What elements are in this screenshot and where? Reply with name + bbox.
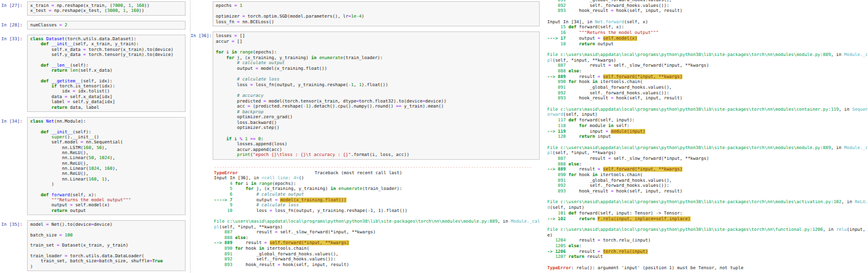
code-token: in — [259, 246, 267, 251]
code-line: 887 result = self._slow_forward(*input, … — [547, 63, 867, 69]
code-line: 893 hook_result = hook(self, input, resu… — [214, 262, 540, 268]
code-token: device) — [94, 222, 113, 227]
code-token: in — [231, 50, 240, 55]
code-input[interactable]: numClasses = 2 — [27, 21, 186, 30]
code-token: 160 — [83, 145, 91, 150]
code-token: in — [311, 55, 320, 60]
code-line: 887 result = self._slow_forward(*input, … — [214, 230, 540, 235]
code-token: idx — [30, 89, 72, 94]
code-token: = — [59, 23, 64, 28]
code-token: (self, *input, **kwargs) — [552, 58, 616, 63]
code-line: File c:\users\masid\appdata\local\progra… — [547, 199, 867, 205]
code-line: Input In [36], in <cell line: 4>() — [214, 176, 540, 181]
code-token: 887 — [214, 230, 235, 235]
code-token: , in — [831, 145, 844, 150]
code-line — [547, 194, 867, 200]
code-token: result — [235, 230, 275, 235]
code-token: self.forward(*input, **kwargs) — [270, 240, 349, 245]
code-token: forward(self, x): — [579, 25, 625, 30]
code-token: losses.append(loss) — [216, 142, 287, 147]
code-token: File c:\users\masid\appdata\local\progra… — [214, 219, 498, 224]
code-line: --> 102 return F.relu(input, inplace=sel… — [547, 216, 867, 222]
code-token: itertools.chain( — [600, 79, 642, 84]
code-token: 892 — [547, 91, 569, 96]
code-token — [30, 135, 52, 140]
code-line — [216, 9, 537, 14]
code-token: range — [259, 181, 272, 186]
code-token: def — [41, 130, 52, 135]
code-token: forward — [52, 192, 70, 198]
code-token: output — [598, 42, 613, 47]
notebook-column-2: epochs = 1optimizer = torch.optim.SGD(mo… — [191, 0, 542, 273]
code-token: hook_result — [569, 189, 611, 194]
cell-prompt: In [33]: — [1, 35, 27, 112]
code-token: ) — [30, 264, 33, 269]
code-token: 893 — [547, 8, 569, 13]
code-line — [547, 47, 867, 52]
code-token: y_train).mean() — [404, 104, 443, 109]
code-token: torch.float32).to(device — [359, 99, 423, 104]
code-line: pl(self, *input, **kwargs) — [547, 58, 867, 64]
code-token: def — [569, 211, 579, 216]
code-token: ), — [104, 177, 109, 182]
code-token — [216, 93, 237, 98]
code-line — [547, 140, 867, 145]
code-line: ) — [30, 264, 182, 269]
code-token: def — [41, 42, 52, 47]
code-line: nn.Linear(1024, 160), — [30, 166, 182, 171]
code-token: 1024 — [99, 155, 110, 160]
code-input[interactable]: class Net(nn.Module): def __init__(self)… — [27, 117, 186, 215]
code-token — [216, 77, 237, 82]
code-token: def — [569, 118, 579, 123]
code-token: j, (x_training, y_training) — [237, 55, 311, 60]
code-input[interactable]: model = Net().to(device=device)batch_siz… — [27, 220, 186, 271]
code-token: model — [30, 222, 46, 227]
code-token: --> 889 — [547, 74, 569, 79]
code-input[interactable]: class Dataset(torch.utils.data.Dataset):… — [27, 35, 186, 112]
code-token: (self.x_data) — [78, 68, 113, 73]
code-token: 893 — [547, 96, 569, 101]
code-token: (torch.utils.data.Dataset): — [65, 36, 136, 42]
code-token: def — [41, 79, 52, 84]
code-token: __init__ — [52, 42, 73, 47]
code-token: in — [593, 172, 601, 177]
code-line — [547, 260, 867, 265]
code-token — [30, 68, 52, 73]
code-input[interactable]: x_train = np.reshape(x_train, (7000, 1, … — [27, 1, 186, 16]
code-line: 892 self._forward_hooks.values()): — [547, 183, 867, 189]
code-token: , in — [839, 107, 852, 112]
code-token: batch_size — [30, 233, 59, 238]
code-token — [569, 216, 579, 221]
code-token: (self, x): — [70, 192, 96, 198]
code-token: Net.forward — [595, 20, 624, 25]
code-token: ).float()) — [362, 82, 388, 87]
code-line — [547, 101, 867, 107]
code-token — [30, 198, 52, 203]
code-input[interactable]: epochs = 1optimizer = torch.optim.SGD(mo… — [213, 1, 540, 26]
code-line: pl(self, *input, **kwargs) — [547, 150, 867, 156]
code-token — [216, 60, 237, 65]
code-token: nn.LSTM( — [30, 145, 83, 150]
code-token: # calculate output — [237, 60, 285, 65]
code-token: input — [569, 129, 606, 134]
code-line: 888 else: — [214, 235, 540, 241]
code-token: 888 — [547, 162, 569, 167]
code-token: = — [83, 47, 88, 52]
code-token: e) — [547, 233, 552, 238]
code-line: output = model(x_training.float()) — [216, 66, 537, 72]
code-line: 101 def forward(self, input: Tensor) -> … — [547, 211, 867, 216]
code-token: Module._call_im — [511, 219, 540, 224]
code-token: hook(self, input, result) — [616, 96, 682, 101]
code-line: Input In [34], in Net.forward(self, x) — [547, 20, 867, 25]
code-input[interactable]: losses = []accur = []for i in range(epoc… — [213, 31, 540, 160]
notebook-column-3: 891 _global_forward_hooks.values(), 892 … — [542, 0, 867, 273]
code-token: self.x_data[idx] — [70, 94, 112, 99]
code-line: ) — [30, 182, 182, 187]
code-token: idx.tolist() — [78, 89, 110, 94]
code-line: 891 _global_forward_hooks.values(), — [214, 252, 540, 257]
code-token: # calculate loss — [256, 203, 298, 208]
code-token: 18 — [547, 42, 569, 47]
code-token: = — [598, 74, 603, 79]
code-line: model = Net().to(device=device) — [30, 222, 182, 227]
code-line: 891 _global_forward_hooks.values(), — [547, 85, 867, 91]
